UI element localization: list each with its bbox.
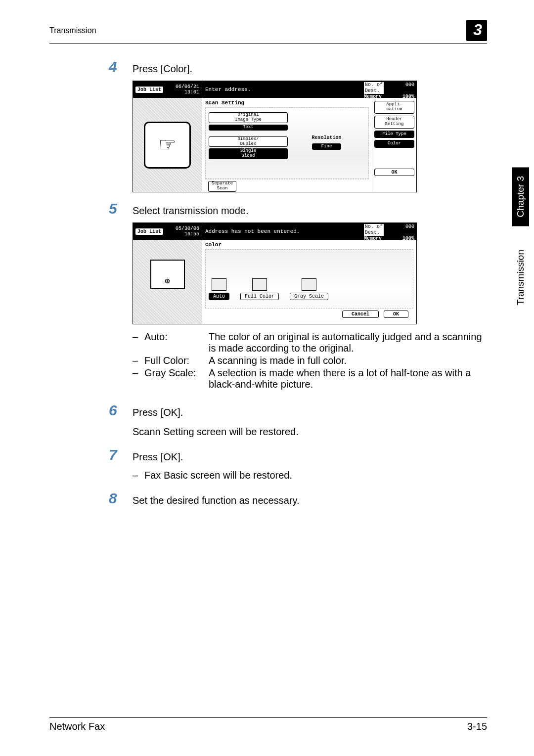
definition-desc: A scanning is made in full color. — [209, 355, 482, 366]
job-list-label: Job List — [135, 228, 163, 235]
scanner-icon — [150, 260, 185, 289]
dest-count-label: No. of Dest. — [364, 224, 384, 236]
dest-count-value: 000 — [405, 82, 414, 94]
ok-button[interactable]: OK — [384, 311, 408, 318]
step-number: 4 — [109, 59, 133, 76]
gray-scale-label: Gray Scale — [290, 293, 328, 300]
file-type-button[interactable]: File Type — [374, 131, 414, 138]
panel-footer: Separate Scan — [205, 179, 369, 193]
step-number: 5 — [109, 201, 133, 218]
resolution-label: Resolution — [312, 135, 341, 140]
step-bullet: – Fax Basic screen will be restored. — [133, 469, 482, 482]
main-panel: Color Auto Full Color — [202, 240, 416, 324]
section-title: Color — [205, 242, 413, 248]
cancel-button[interactable]: Cancel — [342, 311, 379, 318]
side-tab-chapter: Chapter 3 — [512, 167, 529, 226]
page-footer: Network Fax 3-15 — [49, 717, 487, 732]
definition-auto: – Auto: The color of an original is auto… — [133, 331, 482, 354]
job-list-button[interactable]: Job List 05/30/06 16:55 — [133, 223, 202, 240]
right-button-column: Appli- cation Header Setting File Type C… — [372, 98, 416, 192]
step-4: 4 Press [Color]. — [109, 59, 482, 76]
color-button[interactable]: Color — [374, 140, 414, 148]
screenshot-top-bar: Job List 05/30/06 16:55 Address has not … — [133, 223, 416, 240]
step-text: Press [Color]. — [133, 59, 482, 76]
screenshot-color-mode: Job List 05/30/06 16:55 Address has not … — [133, 222, 417, 324]
dash-icon: – — [133, 331, 144, 354]
definition-label: Full Color: — [144, 355, 209, 366]
step-8: 8 Set the desired function as necessary. — [109, 491, 482, 507]
simplex-duplex-value[interactable]: Single Sided — [209, 148, 288, 159]
step-5: 5 Select transmission mode. — [109, 201, 482, 218]
step-text: Select transmission mode. — [133, 201, 482, 218]
settings-mid-column: Resolution Fine — [288, 111, 365, 176]
simplex-duplex-label: Simplex/ Duplex — [209, 136, 288, 147]
page-header: Transmission 3 — [49, 20, 487, 44]
definition-desc: The color of an original is automaticall… — [209, 331, 482, 354]
preview-pane: ☞ — [133, 98, 202, 192]
color-options-row: Auto Full Color Gray Scale — [209, 253, 328, 305]
dash-icon: – — [133, 469, 144, 482]
original-image-type-label: Original Image Type — [209, 112, 288, 123]
screenshot-body: Color Auto Full Color — [133, 240, 416, 324]
color-option-gray[interactable]: Gray Scale — [290, 278, 328, 300]
color-option-full[interactable]: Full Color — [240, 278, 279, 300]
job-list-date: 05/30/06 16:55 — [176, 226, 199, 237]
page-root: Transmission 3 4 Press [Color]. Job List… — [0, 0, 534, 756]
step-text: Press [OK]. — [133, 406, 482, 419]
footer-page-number: 3-15 — [467, 721, 487, 732]
application-button[interactable]: Appli- cation — [374, 101, 414, 114]
step-number: 8 — [109, 491, 133, 507]
status-message: Enter address. — [202, 81, 362, 98]
definition-desc: A selection is made when there is a lot … — [209, 367, 482, 390]
step-bullet-text: Fax Basic screen will be restored. — [144, 469, 292, 482]
settings-panel: Original Image Type Text Simplex/ Duplex… — [205, 107, 369, 179]
main-panel: Scan Setting Original Image Type Text Si… — [202, 98, 372, 192]
definition-label: Auto: — [144, 331, 209, 354]
header-setting-button[interactable]: Header Setting — [374, 116, 414, 129]
screenshot-body: ☞ Scan Setting Original Image Type Text … — [133, 98, 416, 192]
job-list-date: 06/06/21 13:01 — [176, 84, 199, 95]
step-7: 7 Press [OK]. – Fax Basic screen will be… — [109, 447, 482, 482]
side-tabs: Chapter 3 Transmission — [512, 158, 529, 320]
side-tab-section: Transmission — [512, 244, 529, 311]
step-text: Press [OK]. — [133, 450, 482, 464]
preview-pane — [133, 240, 202, 324]
full-color-label: Full Color — [240, 293, 279, 300]
color-panel: Auto Full Color Gray Scale — [205, 249, 413, 309]
definition-list: – Auto: The color of an original is auto… — [133, 331, 482, 390]
color-option-auto[interactable]: Auto — [209, 278, 229, 300]
status-message: Address has not been entered. — [202, 223, 362, 240]
definition-full-color: – Full Color: A scanning is made in full… — [133, 355, 482, 366]
hand-point-icon: ☞ — [144, 122, 191, 169]
step-number: 6 — [109, 403, 133, 439]
settings-left-column: Original Image Type Text Simplex/ Duplex… — [209, 111, 288, 176]
chapter-number-badge: 3 — [466, 20, 487, 41]
dest-count-value: 000 — [405, 224, 414, 236]
content-area: 4 Press [Color]. Job List 06/06/21 13:01… — [109, 59, 482, 507]
separate-scan-button[interactable]: Separate Scan — [208, 181, 236, 192]
step-body: Press [OK]. – Fax Basic screen will be r… — [133, 447, 482, 482]
header-title: Transmission — [49, 26, 96, 35]
footer-title: Network Fax — [49, 721, 105, 732]
section-title: Scan Setting — [205, 100, 369, 106]
original-image-type-value[interactable]: Text — [209, 125, 288, 131]
full-color-icon — [252, 278, 267, 291]
dest-count-label: No. of Dest. — [364, 82, 384, 94]
ok-button[interactable]: OK — [374, 169, 414, 176]
dash-icon: – — [133, 367, 144, 390]
definition-label: Gray Scale: — [144, 367, 209, 390]
gray-scale-icon — [302, 278, 316, 291]
screenshot-scan-setting: Job List 06/06/21 13:01 Enter address. N… — [133, 81, 417, 192]
job-list-label: Job List — [135, 87, 163, 93]
resolution-value[interactable]: Fine — [312, 143, 342, 150]
step-number: 7 — [109, 447, 133, 482]
screenshot-top-bar: Job List 06/06/21 13:01 Enter address. N… — [133, 81, 416, 98]
dash-icon: – — [133, 355, 144, 366]
step-6: 6 Press [OK]. Scann Setting screen will … — [109, 403, 482, 439]
step-subtext: Scann Setting screen will be restored. — [133, 425, 482, 439]
job-list-button[interactable]: Job List 06/06/21 13:01 — [133, 81, 202, 98]
bottom-button-row: Cancel OK — [205, 309, 413, 321]
auto-label: Auto — [209, 293, 229, 300]
step-text: Set the desired function as necessary. — [133, 491, 482, 507]
definition-gray-scale: – Gray Scale: A selection is made when t… — [133, 367, 482, 390]
